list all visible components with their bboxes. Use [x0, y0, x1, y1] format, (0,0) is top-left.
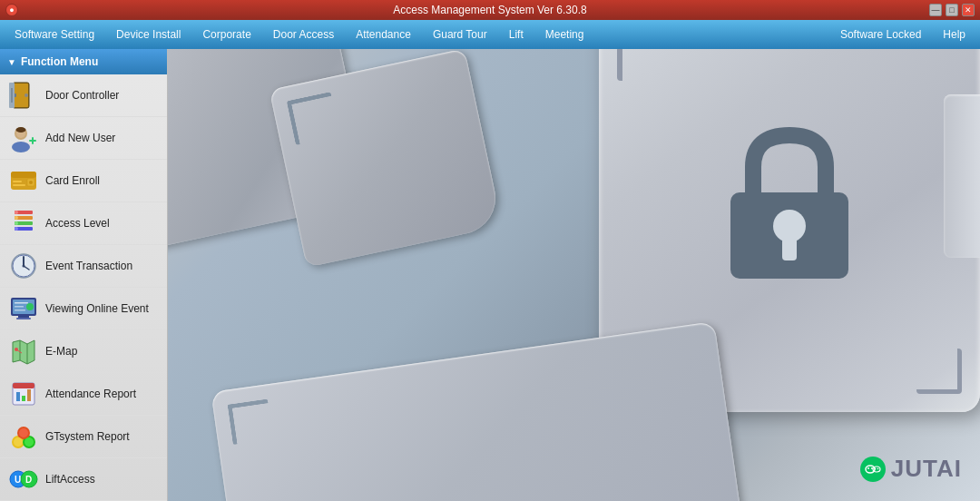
- menu-guard-tour[interactable]: Guard Tour: [422, 25, 498, 44]
- svg-point-68: [874, 467, 876, 469]
- svg-text:D: D: [25, 475, 32, 485]
- svg-point-38: [26, 303, 34, 310]
- watermark-text: JUTAI: [891, 455, 962, 483]
- svg-point-9: [16, 127, 26, 133]
- close-button[interactable]: ✕: [962, 4, 975, 16]
- svg-point-25: [15, 227, 18, 231]
- menu-software-locked[interactable]: Software Locked: [829, 25, 932, 44]
- viewing-online-icon: [9, 294, 38, 323]
- sidebar-item-attendance-report[interactable]: Attendance Report: [0, 373, 167, 416]
- sidebar-label-door-controller: Door Controller: [45, 89, 119, 102]
- svg-rect-48: [27, 389, 31, 401]
- keyboard-key-bottom: [211, 321, 741, 501]
- sidebar-label-attendance-report: Attendance Report: [45, 388, 136, 400]
- keyboard-key-2: [270, 49, 503, 268]
- svg-point-17: [29, 181, 33, 184]
- sidebar-item-viewing-online-event[interactable]: Viewing Online Event: [0, 288, 167, 330]
- sidebar-label-add-new-user: Add New User: [45, 132, 115, 144]
- background-image: JUTAI: [168, 49, 980, 501]
- svg-rect-14: [13, 181, 22, 182]
- sidebar-item-gtsystem-report[interactable]: GTsystem Report: [0, 416, 167, 458]
- svg-rect-34: [16, 318, 31, 319]
- svg-point-22: [15, 211, 18, 214]
- sidebar-item-lift-access[interactable]: U D LiftAccess: [0, 458, 167, 501]
- wechat-icon: [860, 457, 886, 482]
- svg-point-7: [12, 142, 30, 152]
- menu-corporate[interactable]: Corporate: [191, 25, 261, 44]
- svg-point-54: [19, 428, 28, 437]
- minimize-button[interactable]: —: [929, 4, 942, 16]
- sidebar-label-event-transaction: Event Transaction: [45, 260, 132, 272]
- menu-device-install[interactable]: Device Install: [105, 25, 191, 44]
- app-icon: ●: [5, 4, 18, 16]
- svg-point-66: [867, 467, 869, 469]
- sidebar-arrow-icon: ▼: [7, 57, 16, 67]
- svg-rect-36: [15, 306, 24, 308]
- svg-marker-39: [13, 340, 34, 364]
- menu-door-access[interactable]: Door Access: [262, 25, 345, 44]
- lock-svg-icon: [717, 122, 862, 294]
- keyboard-key-right-edge: [944, 94, 980, 258]
- svg-point-62: [773, 210, 806, 242]
- sidebar-item-event-transaction[interactable]: Event Transaction: [0, 245, 167, 288]
- sidebar-item-door-controller[interactable]: Door Controller: [0, 74, 167, 117]
- svg-text:U: U: [15, 475, 21, 485]
- menu-meeting[interactable]: Meeting: [534, 25, 595, 44]
- svg-point-53: [24, 437, 34, 447]
- svg-point-52: [14, 437, 23, 447]
- svg-point-24: [15, 221, 18, 225]
- title-bar-controls: — □ ✕: [929, 4, 975, 16]
- svg-rect-37: [15, 309, 25, 311]
- sidebar-item-add-new-user[interactable]: Add New User: [0, 117, 167, 160]
- card-enroll-icon: [9, 166, 38, 195]
- door-controller-icon: [9, 81, 38, 110]
- sidebar-label-gtsystem-report: GTsystem Report: [45, 430, 130, 443]
- svg-point-30: [23, 265, 25, 268]
- menu-bar: Software Setting Device Install Corporat…: [0, 20, 980, 49]
- sidebar-label-viewing-online-event: Viewing Online Event: [45, 302, 149, 315]
- svg-rect-13: [11, 172, 36, 178]
- lift-access-icon: U D: [9, 465, 38, 494]
- svg-rect-35: [15, 302, 28, 304]
- svg-point-2: [24, 93, 28, 97]
- main-layout: ▼ Function Menu Door Controller: [0, 49, 980, 501]
- sidebar-label-lift-access: LiftAccess: [45, 473, 95, 486]
- menu-software-setting[interactable]: Software Setting: [4, 25, 105, 44]
- sidebar-label-card-enroll: Card Enroll: [45, 174, 100, 187]
- svg-point-69: [877, 467, 878, 469]
- watermark: JUTAI: [860, 455, 962, 483]
- svg-rect-47: [22, 396, 25, 401]
- svg-rect-5: [11, 88, 13, 103]
- svg-point-23: [15, 216, 18, 220]
- access-level-icon: [9, 209, 38, 238]
- maximize-button[interactable]: □: [946, 4, 958, 16]
- gtsystem-icon: [9, 422, 38, 451]
- svg-rect-46: [16, 392, 20, 401]
- sidebar-label-e-map: E-Map: [45, 345, 77, 358]
- attendance-report-icon: [9, 379, 38, 408]
- menu-lift[interactable]: Lift: [498, 25, 534, 44]
- svg-rect-45: [13, 383, 34, 388]
- event-transaction-icon: [9, 251, 38, 280]
- sidebar-item-access-level[interactable]: Access Level: [0, 202, 167, 245]
- e-map-icon: [9, 337, 38, 366]
- svg-rect-63: [782, 238, 797, 260]
- sidebar-item-e-map[interactable]: E-Map: [0, 330, 167, 373]
- svg-rect-33: [18, 316, 29, 318]
- title-bar-title: Access Management System Ver 6.30.8: [393, 4, 586, 16]
- svg-rect-11: [32, 137, 34, 144]
- svg-rect-15: [13, 184, 25, 186]
- menu-help[interactable]: Help: [932, 25, 976, 44]
- sidebar: ▼ Function Menu Door Controller: [0, 49, 168, 501]
- title-bar: ● Access Management System Ver 6.30.8 — …: [0, 0, 980, 20]
- add-user-icon: [9, 123, 38, 152]
- title-bar-left: ●: [5, 4, 18, 16]
- sidebar-item-card-enroll[interactable]: Card Enroll: [0, 160, 167, 202]
- menu-attendance[interactable]: Attendance: [345, 25, 422, 44]
- svg-point-65: [873, 467, 880, 472]
- sidebar-label-access-level: Access Level: [45, 217, 110, 230]
- main-content: JUTAI: [168, 49, 980, 501]
- svg-point-67: [871, 467, 873, 469]
- sidebar-header-label: Function Menu: [21, 55, 98, 68]
- sidebar-header: ▼ Function Menu: [0, 49, 167, 74]
